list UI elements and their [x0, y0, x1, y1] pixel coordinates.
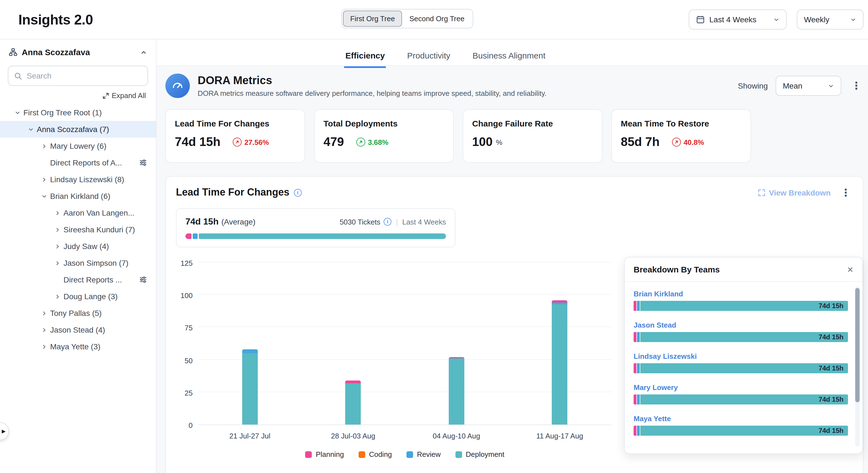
team-bar-segment-deployment: 74d 15h	[640, 363, 848, 373]
tree-item-jason-simpson-7[interactable]: Jason Simpson (7)	[0, 255, 156, 271]
x-labels: 21 Jul-27 Jul28 Jul-03 Aug04 Aug-10 Aug1…	[198, 432, 611, 440]
org-tree-toggle: First Org Tree Second Org Tree	[341, 9, 473, 28]
chevron-down-icon[interactable]	[14, 110, 23, 116]
chevron-right-icon[interactable]	[41, 327, 50, 333]
team-bar: 74d 15h	[633, 394, 848, 405]
team-bar-segment-review	[637, 363, 640, 373]
tree-item-doug-lange-3[interactable]: Doug Lange (3)	[0, 288, 156, 305]
bars	[198, 263, 611, 424]
summary-qualifier: (Average)	[221, 217, 255, 226]
legend-item-coding[interactable]: Coding	[358, 450, 392, 459]
chevron-right-icon[interactable]	[55, 227, 63, 233]
filters-icon[interactable]	[139, 276, 147, 284]
chevron-right-icon[interactable]	[55, 243, 63, 249]
chevron-right-icon[interactable]	[41, 176, 50, 182]
tree-item-direct-reports-of-a[interactable]: Direct Reports of A...	[0, 154, 156, 171]
bar-04-aug-10-aug[interactable]	[449, 357, 464, 424]
chevron-up-icon[interactable]	[140, 49, 147, 55]
tree-item-sireesha-kunduri-7[interactable]: Sireesha Kunduri (7)	[0, 221, 156, 238]
chevron-down-icon[interactable]	[28, 126, 37, 132]
legend-swatch	[358, 451, 365, 458]
chevron-right-icon[interactable]	[41, 344, 50, 350]
summary-period: Last 4 Weeks	[402, 217, 446, 226]
tree-item-jason-stead-4[interactable]: Jason Stead (4)	[0, 322, 156, 338]
topbar-controls: Last 4 Weeks Weekly	[689, 9, 864, 30]
legend-item-planning[interactable]: Planning	[305, 450, 344, 459]
team-bar: 74d 15h	[633, 426, 848, 436]
team-bar-segment-review	[637, 332, 640, 342]
breakdown-scrollbar[interactable]	[855, 286, 860, 447]
tab-efficiency[interactable]: Efficiency	[344, 46, 386, 68]
dora-header: DORA Metrics DORA metrics measure softwa…	[165, 73, 864, 98]
tab-business-alignment[interactable]: Business Alignment	[472, 46, 547, 68]
gridline	[198, 262, 611, 262]
y-tick-label: 100	[181, 291, 193, 300]
tree-item-first-org-tree-root-1[interactable]: First Org Tree Root (1)	[0, 104, 156, 121]
tree-item-mary-lowery-6[interactable]: Mary Lowery (6)	[0, 138, 156, 154]
aggregation-select[interactable]: Mean	[776, 76, 841, 96]
filters-icon[interactable]	[139, 159, 147, 167]
dora-menu-button[interactable]: ⋮	[849, 81, 864, 91]
expand-all-button[interactable]: Expand All	[102, 91, 146, 100]
chevron-down-icon[interactable]	[41, 193, 50, 199]
lead-time-menu-button[interactable]: ⋮	[838, 187, 853, 198]
tab-productivity[interactable]: Productivity	[406, 46, 451, 68]
chevron-down-icon	[828, 83, 834, 89]
chevron-right-icon[interactable]	[55, 260, 63, 266]
team-bar-segment-review	[637, 426, 640, 436]
toggle-first-org-tree[interactable]: First Org Tree	[343, 10, 402, 27]
chevron-right-icon[interactable]	[41, 310, 50, 316]
separator: |	[396, 217, 398, 226]
tree-item-maya-yette-3[interactable]: Maya Yette (3)	[0, 338, 156, 355]
tree-item-label: Jason Stead (4)	[50, 325, 105, 334]
close-icon[interactable]: ✕	[847, 265, 854, 273]
calendar-icon	[696, 15, 705, 24]
team-bar-segment-planning	[633, 301, 637, 311]
expand-all-row: Expand All	[0, 91, 156, 104]
x-axis-label: 28 Jul-03 Aug	[302, 432, 405, 440]
bar-21-jul-27-jul[interactable]	[242, 349, 258, 424]
bar-segment-planning	[552, 300, 568, 302]
tree-item-aaron-van-langen[interactable]: Aaron Van Langen...	[0, 204, 156, 221]
team-name-link[interactable]: Maya Yette	[633, 414, 671, 423]
x-axis-label: 04 Aug-10 Aug	[405, 432, 508, 440]
sidebar-user-header[interactable]: Anna Scozzafava	[0, 39, 156, 65]
team-name-link[interactable]: Jason Stead	[633, 321, 676, 329]
toggle-second-org-tree[interactable]: Second Org Tree	[402, 10, 472, 27]
tree-item-brian-kirkland-6[interactable]: Brian Kirkland (6)	[0, 188, 156, 204]
date-range-value: Last 4 Weeks	[709, 15, 756, 24]
search-input[interactable]	[27, 71, 142, 80]
bar-28-jul-03-aug[interactable]	[345, 381, 361, 424]
team-name-link[interactable]: Brian Kirkland	[633, 290, 683, 298]
info-icon[interactable]: i	[294, 188, 302, 197]
date-range-select[interactable]: Last 4 Weeks	[689, 9, 787, 30]
metric-title: Total Deployments	[323, 119, 444, 128]
info-icon[interactable]: i	[383, 218, 392, 226]
scrollbar-thumb[interactable]	[855, 288, 860, 402]
lead-time-summary: 74d 15h (Average) 5030 Tickets i | Last …	[176, 208, 456, 247]
metric-delta-value: 27.56%	[244, 138, 269, 146]
arrow-right-icon: ▶	[2, 428, 6, 434]
legend-item-deployment[interactable]: Deployment	[455, 450, 504, 459]
team-name-link[interactable]: Lindsay Liszewski	[633, 352, 697, 360]
tree-item-label: Brian Kirkland (6)	[50, 191, 110, 201]
team-name-link[interactable]: Mary Lowery	[633, 383, 678, 392]
chevron-right-icon[interactable]	[55, 293, 63, 299]
chevron-right-icon[interactable]	[55, 210, 63, 216]
bar-column	[405, 357, 508, 424]
search-box	[8, 66, 148, 86]
lead-time-card: Lead Time For Changes i View Breakdown ⋮…	[165, 176, 864, 473]
tree-item-direct-reports[interactable]: Direct Reports ...	[0, 271, 156, 288]
bar-11-aug-17-aug[interactable]	[552, 300, 568, 424]
metric-value: 74d 15h	[175, 135, 220, 149]
tree-item-tony-pallas-5[interactable]: Tony Pallas (5)	[0, 305, 156, 322]
chevron-right-icon[interactable]	[41, 143, 50, 149]
tree-item-lindsay-liszewski-8[interactable]: Lindsay Liszewski (8)	[0, 171, 156, 188]
granularity-select[interactable]: Weekly	[797, 9, 864, 30]
tree-item-judy-saw-4[interactable]: Judy Saw (4)	[0, 238, 156, 255]
team-bar-segment-deployment: 74d 15h	[640, 426, 848, 436]
legend-item-review[interactable]: Review	[406, 450, 441, 459]
team-bar-segment-deployment: 74d 15h	[640, 301, 848, 311]
view-breakdown-button[interactable]: View Breakdown	[758, 188, 831, 197]
tree-item-anna-scozzafava-7[interactable]: Anna Scozzafava (7)	[0, 121, 156, 138]
